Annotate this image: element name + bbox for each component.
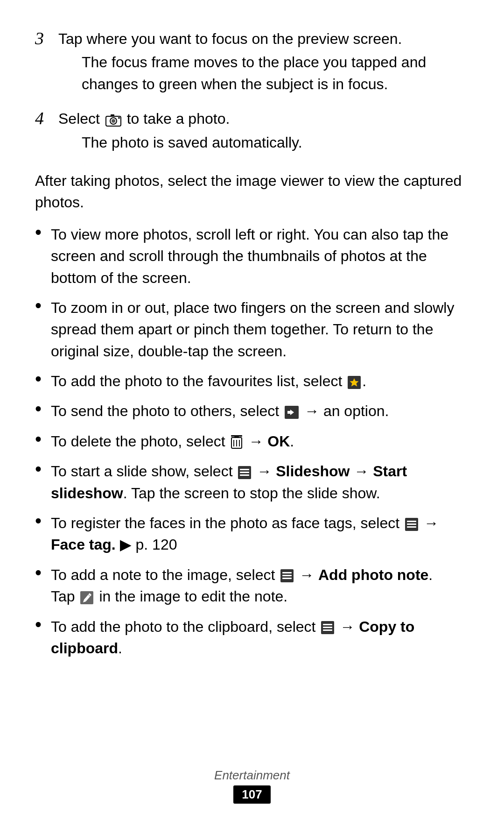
bullet-5-text: To delete the photo, select → OK. <box>51 431 469 452</box>
step-4-text-after: to take a photo. <box>127 110 230 127</box>
page-content: 3 Tap where you want to focus on the pre… <box>0 0 504 723</box>
step-4-text-before: Select <box>58 110 104 127</box>
bullet-7: • To register the faces in the photo as … <box>35 512 469 556</box>
svg-rect-21 <box>407 523 416 525</box>
star-icon <box>348 376 361 389</box>
bullet-3-text: To add the photo to the favourites list,… <box>51 370 469 392</box>
svg-rect-25 <box>282 575 292 576</box>
svg-rect-20 <box>407 521 416 522</box>
face-tag-label: Face tag. <box>51 536 116 553</box>
bullet-1: • To view more photos, scroll left or ri… <box>35 224 469 289</box>
menu-icon-7 <box>405 518 418 531</box>
step-4-text: Select to take a photo. <box>58 108 302 129</box>
copy-clipboard-label: Copy to clipboard <box>51 618 414 657</box>
bullet-4-text: To send the photo to others, select → an… <box>51 400 469 422</box>
bullet-2-text: To zoom in or out, place two fingers on … <box>51 297 469 362</box>
bullet-dot-7: • <box>35 510 44 531</box>
svg-rect-24 <box>282 572 292 573</box>
start-slideshow-label: Start slideshow <box>51 463 407 501</box>
svg-rect-32 <box>323 627 332 628</box>
bullet-6: • To start a slide show, select → Slides… <box>35 460 469 504</box>
bullet-9: • To add the photo to the clipboard, sel… <box>35 616 469 659</box>
bullet-dot-2: • <box>35 295 44 316</box>
svg-rect-18 <box>240 474 249 476</box>
bullet-7-text: To register the faces in the photo as fa… <box>51 512 469 556</box>
bullet-6-text: To start a slide show, select → Slidesho… <box>51 460 469 504</box>
svg-rect-26 <box>282 578 292 579</box>
bullet-dot-4: • <box>35 398 44 419</box>
trash-icon <box>231 435 243 449</box>
svg-rect-3 <box>111 114 114 117</box>
svg-rect-4 <box>118 117 120 119</box>
svg-rect-17 <box>240 472 249 473</box>
footer-label: Entertainment <box>0 768 504 783</box>
bullet-dot-6: • <box>35 459 44 479</box>
footer-page: 107 <box>233 785 270 804</box>
bullet-dot-9: • <box>35 614 44 635</box>
ok-label: OK <box>267 433 290 450</box>
bullet-8-text: To add a note to the image, select → Add… <box>51 564 469 608</box>
bullet-4: • To send the photo to others, select → … <box>35 400 469 422</box>
step-3: 3 Tap where you want to focus on the pre… <box>35 28 469 103</box>
step-4: 4 Select to take a photo. The photo is s… <box>35 108 469 162</box>
step-3-text: Tap where you want to focus on the previ… <box>58 28 469 49</box>
bullet-2: • To zoom in or out, place two fingers o… <box>35 297 469 362</box>
menu-icon-6 <box>238 466 251 479</box>
svg-rect-31 <box>323 624 332 625</box>
camera-icon <box>105 113 121 127</box>
pencil-icon <box>80 591 93 604</box>
bullet-dot-3: • <box>35 368 44 389</box>
step-number-4: 4 <box>35 108 53 129</box>
svg-rect-33 <box>323 629 332 631</box>
svg-rect-22 <box>407 526 416 528</box>
footer: Entertainment 107 <box>0 768 504 804</box>
svg-rect-16 <box>240 469 249 470</box>
step-4-sub: The photo is saved automatically. <box>82 132 302 153</box>
bullet-dot-8: • <box>35 562 44 583</box>
bullet-3: • To add the photo to the favourites lis… <box>35 370 469 392</box>
bullet-dot-1: • <box>35 222 44 242</box>
bullet-dot-5: • <box>35 429 44 449</box>
menu-icon-8 <box>280 569 294 582</box>
bullet-8: • To add a note to the image, select → A… <box>35 564 469 608</box>
menu-icon-9 <box>321 621 334 634</box>
slideshow-label: Slideshow <box>276 463 350 480</box>
step-3-sub: The focus frame moves to the place you t… <box>82 51 469 95</box>
bullet-1-text: To view more photos, scroll left or righ… <box>51 224 469 289</box>
add-photo-note-label: Add photo note <box>318 566 428 583</box>
step-number-3: 3 <box>35 28 53 49</box>
bullet-9-text: To add the photo to the clipboard, selec… <box>51 616 469 659</box>
bullet-5: • To delete the photo, select → OK. <box>35 431 469 452</box>
intro-text: After taking photos, select the image vi… <box>35 170 469 213</box>
bullet-list: • To view more photos, scroll left or ri… <box>35 224 469 659</box>
svg-point-2 <box>112 119 115 123</box>
share-icon <box>285 406 299 419</box>
